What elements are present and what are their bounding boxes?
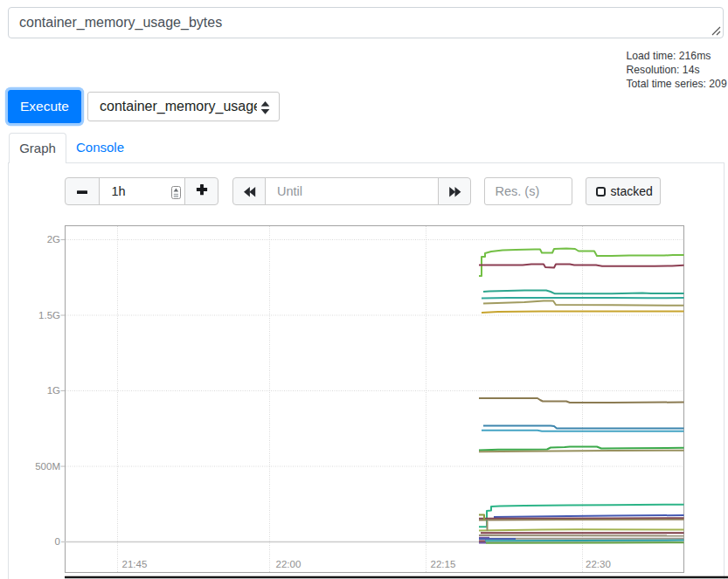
svg-text:22:15: 22:15 xyxy=(431,559,456,569)
svg-text:500M: 500M xyxy=(35,461,60,472)
svg-text:1.5G: 1.5G xyxy=(38,310,60,321)
svg-text:21:45: 21:45 xyxy=(122,559,148,569)
svg-text:22:00: 22:00 xyxy=(276,559,302,569)
svg-text:22:30: 22:30 xyxy=(586,559,611,569)
svg-text:1G: 1G xyxy=(47,385,60,396)
svg-text:0: 0 xyxy=(55,536,60,547)
svg-text:2G: 2G xyxy=(47,234,60,245)
